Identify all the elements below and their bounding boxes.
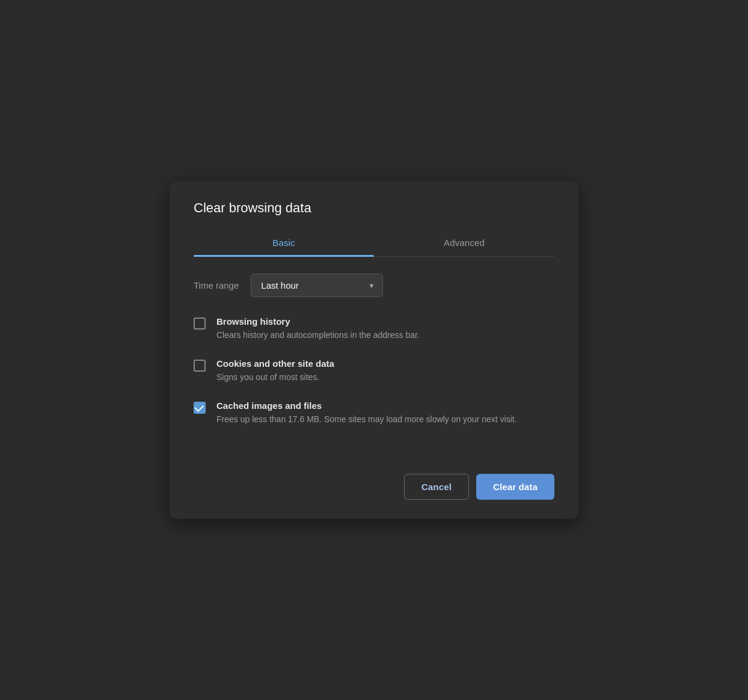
checkbox-content-cached-images: Cached images and files Frees up less th… <box>216 401 554 426</box>
time-range-select[interactable]: Last hour Last 24 hours Last 7 days Last… <box>251 274 383 297</box>
checkbox-title-browsing-history: Browsing history <box>216 316 554 327</box>
checkbox-item-cookies: Cookies and other site data Signs you ou… <box>194 358 554 384</box>
checkbox-desc-browsing-history: Clears history and autocompletions in th… <box>216 329 554 342</box>
checkbox-desc-cookies: Signs you out of most sites. <box>216 371 554 384</box>
time-range-label: Time range <box>194 280 239 290</box>
time-range-row: Time range Last hour Last 24 hours Last … <box>194 274 554 297</box>
clear-browsing-data-dialog: Clear browsing data Basic Advanced Time … <box>170 181 578 519</box>
tab-basic[interactable]: Basic <box>194 230 374 256</box>
dialog-footer: Cancel Clear data <box>194 474 554 500</box>
dialog-title: Clear browsing data <box>194 200 554 216</box>
checkbox-content-browsing-history: Browsing history Clears history and auto… <box>216 316 554 342</box>
checkbox-wrapper-cookies <box>194 360 206 372</box>
cancel-button[interactable]: Cancel <box>404 474 469 500</box>
checkbox-wrapper-browsing-history <box>194 318 206 330</box>
checkbox-title-cookies: Cookies and other site data <box>216 358 554 369</box>
checkbox-content-cookies: Cookies and other site data Signs you ou… <box>216 358 554 384</box>
tabs-container: Basic Advanced <box>194 230 554 257</box>
tab-advanced[interactable]: Advanced <box>374 230 554 256</box>
clear-data-button[interactable]: Clear data <box>476 474 554 500</box>
checkbox-cookies[interactable] <box>194 360 206 372</box>
checkbox-wrapper-cached-images <box>194 402 206 414</box>
checkbox-item-browsing-history: Browsing history Clears history and auto… <box>194 316 554 342</box>
checkbox-title-cached-images: Cached images and files <box>216 401 554 411</box>
checkbox-desc-cached-images: Frees up less than 17.6 MB. Some sites m… <box>216 413 554 426</box>
checkbox-cached-images[interactable] <box>194 402 206 414</box>
checkbox-item-cached-images: Cached images and files Frees up less th… <box>194 401 554 426</box>
time-range-select-wrapper: Last hour Last 24 hours Last 7 days Last… <box>251 274 383 297</box>
checkbox-browsing-history[interactable] <box>194 318 206 330</box>
